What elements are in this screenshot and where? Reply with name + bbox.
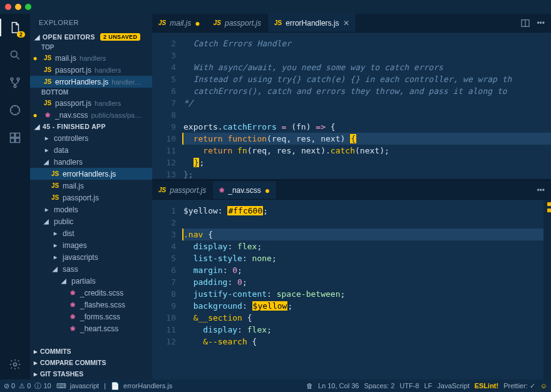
- code-line[interactable]: */: [182, 97, 551, 109]
- code-line[interactable]: exports.catchErrors = (fn) => {: [182, 121, 551, 133]
- code-line[interactable]: [182, 217, 543, 229]
- overview-ruler[interactable]: [543, 200, 551, 379]
- source-control-icon[interactable]: [6, 74, 24, 91]
- status-lang-corner[interactable]: javascript: [70, 382, 99, 389]
- dirty-dot-icon: ●: [195, 18, 200, 28]
- code-line[interactable]: background: $yellow;: [182, 300, 543, 312]
- tree-file[interactable]: JSmail.js: [30, 180, 152, 192]
- top-editor[interactable]: 2345678910111213 Catch Errors Handler Wi…: [152, 33, 551, 179]
- code-line[interactable]: .nav {: [182, 229, 543, 240]
- more-icon[interactable]: •••: [537, 19, 545, 28]
- tree-folder[interactable]: ▸models: [30, 204, 152, 215]
- tree-folder[interactable]: ▸data: [30, 144, 152, 156]
- chevron-down-icon: ◢: [34, 123, 40, 130]
- split-editor-icon[interactable]: [520, 18, 530, 28]
- section-label: COMPARE COMMITS: [40, 359, 106, 366]
- trash-icon[interactable]: 🗑: [306, 382, 313, 389]
- code-line[interactable]: display: flex;: [182, 324, 543, 336]
- sidebar-section-collapsed[interactable]: ▸COMPARE COMMITS: [30, 357, 152, 368]
- tree-file[interactable]: ❀_heart.scss: [30, 322, 152, 334]
- sidebar-section-collapsed[interactable]: ▸GIT STASHES: [30, 368, 152, 379]
- open-editors-top-label: TOP: [30, 43, 152, 52]
- status-file[interactable]: errorHandlers.js: [123, 382, 172, 389]
- close-icon[interactable]: ✕: [343, 19, 349, 28]
- file-type-icon: ❀: [43, 111, 52, 118]
- file-type-icon: ❀: [68, 325, 77, 332]
- status-spaces[interactable]: Spaces: 2: [364, 382, 394, 389]
- status-encoding[interactable]: UTF-8: [399, 382, 419, 389]
- tree-folder[interactable]: ▸dist: [30, 227, 152, 239]
- open-editor-item[interactable]: JSerrorHandlers.jshandler…: [30, 76, 152, 88]
- explorer-icon[interactable]: 2: [6, 19, 24, 36]
- code-line[interactable]: Catch Errors Handler: [182, 38, 551, 49]
- close-window-icon[interactable]: [5, 4, 11, 10]
- editor-tab[interactable]: JSmail.js●: [152, 14, 207, 32]
- tree-folder[interactable]: ◢public: [30, 215, 152, 227]
- status-warnings[interactable]: ⚠ 0: [19, 382, 31, 390]
- status-eol[interactable]: LF: [424, 382, 432, 389]
- tree-file[interactable]: ❀_credits.scss: [30, 287, 152, 299]
- code-line[interactable]: };: [182, 157, 551, 168]
- status-errors[interactable]: ⊘ 0: [4, 382, 15, 390]
- tree-file[interactable]: JSerrorHandlers.js: [30, 168, 152, 180]
- lang-corner-icon[interactable]: ⌨: [56, 382, 66, 390]
- tree-item-label: public: [54, 217, 73, 226]
- code-line[interactable]: justify-content: space-between;: [182, 288, 543, 300]
- tree-folder[interactable]: ◢handlers: [30, 156, 152, 168]
- minimize-window-icon[interactable]: [15, 4, 21, 10]
- code-line[interactable]: [182, 49, 551, 61]
- code-line[interactable]: };: [182, 168, 551, 179]
- code-line[interactable]: &__section {: [182, 312, 543, 324]
- tree-folder[interactable]: ▸javascripts: [30, 251, 152, 263]
- status-info[interactable]: ⓘ 10: [34, 381, 51, 391]
- open-editor-item[interactable]: ●❀_nav.scsspublic/sass/pa…: [30, 109, 152, 121]
- code-line[interactable]: padding: 0;: [182, 276, 543, 288]
- tree-item-label: dist: [63, 229, 75, 238]
- status-pos[interactable]: Ln 10, Col 36: [318, 382, 359, 389]
- open-editor-name: _nav.scss: [55, 111, 88, 120]
- tree-folder[interactable]: ▸controllers: [30, 132, 152, 144]
- code-line[interactable]: $yellow: #ffc600;: [182, 205, 543, 217]
- open-editor-item[interactable]: ●JSmail.jshandlers: [30, 52, 152, 64]
- search-icon[interactable]: [6, 46, 24, 64]
- code-line[interactable]: list-style: none;: [182, 252, 543, 264]
- sidebar-section-collapsed[interactable]: ▸COMMITS: [30, 346, 152, 357]
- open-editors-header[interactable]: ◢ OPEN EDITORS 2 UNSAVED: [30, 31, 152, 43]
- code-line[interactable]: &--search {: [182, 336, 543, 348]
- code-line[interactable]: catchErrors(), catch and errors they thr…: [182, 85, 551, 97]
- editor-tab[interactable]: JSerrorHandlers.js✕: [268, 14, 356, 32]
- editor-tab[interactable]: JSpassport.js: [152, 181, 213, 199]
- project-header[interactable]: ◢ 45 - FINISHED APP: [30, 121, 152, 132]
- status-eslint[interactable]: ESLint!: [475, 382, 499, 389]
- code-line[interactable]: display: flex;: [182, 240, 543, 252]
- feedback-icon[interactable]: ☺: [540, 382, 547, 389]
- svg-point-9: [14, 363, 17, 366]
- settings-icon[interactable]: [6, 356, 24, 373]
- tree-folder[interactable]: ◢partials: [30, 275, 152, 287]
- bottom-editor[interactable]: 123456789101112 $yellow: #ffc600;.nav { …: [152, 200, 551, 379]
- status-prettier[interactable]: Prettier: ✓: [503, 382, 535, 390]
- extensions-icon[interactable]: [6, 129, 24, 147]
- code-line[interactable]: return fn(req, res, next).catch(next);: [182, 145, 551, 157]
- chevron-right-icon: ▸: [42, 147, 51, 153]
- code-line[interactable]: [182, 109, 551, 121]
- more-icon[interactable]: •••: [537, 186, 545, 195]
- file-type-icon: JS: [274, 19, 282, 26]
- editor-tab[interactable]: JSpassport.js: [207, 14, 268, 32]
- open-editor-item[interactable]: JSpassport.jshandlers: [30, 64, 152, 76]
- tree-file[interactable]: ❀_flashes.scss: [30, 299, 152, 311]
- debug-icon[interactable]: [6, 101, 24, 119]
- code-line[interactable]: With async/await, you need some way to c…: [182, 61, 551, 73]
- tree-folder[interactable]: ◢sass: [30, 263, 152, 275]
- tree-folder[interactable]: ▸images: [30, 239, 152, 251]
- code-line[interactable]: Instead of using try{} catch(e) {} in ea…: [182, 73, 551, 85]
- code-line[interactable]: return function(req, res, next) {: [182, 133, 551, 145]
- tree-file[interactable]: ❀_forms.scss: [30, 311, 152, 322]
- status-mode[interactable]: JavaScript: [437, 382, 469, 389]
- open-editor-item[interactable]: JSpassport.jshandlers: [30, 97, 152, 109]
- code-line[interactable]: margin: 0;: [182, 264, 543, 276]
- editor-tab[interactable]: ❀_nav.scss●: [213, 181, 277, 199]
- chevron-right-icon: ▸: [42, 206, 51, 213]
- maximize-window-icon[interactable]: [25, 4, 31, 10]
- tree-file[interactable]: JSpassport.js: [30, 192, 152, 204]
